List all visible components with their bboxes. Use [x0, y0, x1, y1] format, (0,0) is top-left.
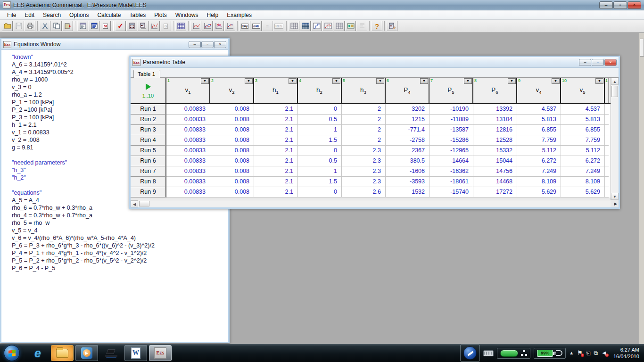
- table-cell[interactable]: 17272: [473, 187, 517, 197]
- goal-seek-icon[interactable]: G: [160, 21, 171, 31]
- table-cell[interactable]: 0.008: [210, 115, 254, 125]
- scrollbar-thumb[interactable]: [640, 39, 644, 57]
- table-cell[interactable]: 2.1: [254, 166, 298, 177]
- parametric-close-button[interactable]: ×: [604, 59, 617, 66]
- table-cell[interactable]: -1606: [386, 166, 429, 177]
- parametric-titlebar[interactable]: EES Parametric Table ‒ ▫ ×: [131, 57, 619, 68]
- table-cell[interactable]: 5.629: [517, 187, 561, 197]
- table-cell[interactable]: 0.008: [210, 104, 254, 115]
- windows-explorer-button[interactable]: [51, 345, 74, 361]
- format-window-icon[interactable]: [77, 21, 88, 31]
- equations-titlebar[interactable]: EES Equations Window ‒ ▫ ×: [1, 39, 228, 50]
- table-cell[interactable]: 5.813: [517, 115, 561, 125]
- table-cell[interactable]: 15044: [473, 156, 517, 166]
- mdi-vertical-scrollbar[interactable]: [639, 33, 644, 344]
- table-cell[interactable]: 2: [342, 115, 386, 125]
- parametric-maximize-button[interactable]: ▫: [592, 59, 604, 66]
- safely-remove-hardware-icon[interactable]: ⎗: [586, 350, 591, 356]
- column-dropdown-button[interactable]: ▼: [420, 78, 428, 84]
- calculator-icon[interactable]: [126, 21, 137, 31]
- table-cell[interactable]: 0.00833: [166, 146, 210, 156]
- table-cell[interactable]: 0.008: [210, 177, 254, 187]
- table-cell[interactable]: -13587: [429, 125, 473, 135]
- menu-tables[interactable]: Tables: [125, 11, 150, 19]
- report-window-icon[interactable]: [356, 21, 367, 31]
- table-cell[interactable]: 5.813: [561, 115, 605, 125]
- start-button[interactable]: [4, 345, 20, 361]
- media-player-button[interactable]: ▶: [75, 345, 98, 361]
- table-cell[interactable]: 0.5: [298, 156, 342, 166]
- table-vertical-scrollbar[interactable]: ▲ ▼: [611, 78, 619, 200]
- table-cell[interactable]: -11889: [429, 115, 473, 125]
- table-cell[interactable]: 2.1: [254, 104, 298, 115]
- power-plug-icon[interactable]: [556, 350, 562, 356]
- calculate-icon[interactable]: [387, 21, 397, 31]
- table-cell[interactable]: 0.00833: [166, 156, 210, 166]
- table-cell[interactable]: 6.272: [517, 156, 561, 166]
- internet-explorer-button[interactable]: e: [26, 345, 49, 361]
- parametric-table-icon[interactable]: [175, 21, 186, 31]
- table-cell[interactable]: 13104: [473, 115, 517, 125]
- solve-table-icon[interactable]: [138, 21, 149, 31]
- table-cell[interactable]: 1215: [386, 115, 429, 125]
- taskbar-clock[interactable]: 6:27 AM 16/04/2010: [611, 346, 639, 360]
- restore-button[interactable]: ▫: [613, 1, 627, 9]
- table-cell[interactable]: -15740: [429, 187, 473, 197]
- lookup-table-icon[interactable]: [300, 21, 311, 31]
- column-dropdown-button[interactable]: ▼: [245, 78, 253, 84]
- table-cell[interactable]: -771.4: [386, 125, 429, 135]
- menu-help[interactable]: Help: [203, 11, 223, 19]
- table-cell[interactable]: 6.272: [561, 156, 605, 166]
- menu-search[interactable]: Search: [39, 11, 65, 19]
- table-cell[interactable]: 2.3: [342, 166, 386, 177]
- overlay-plot-icon[interactable]: [202, 21, 213, 31]
- abs-plot-icon[interactable]: abs: [213, 21, 224, 31]
- column-dropdown-button[interactable]: ▼: [289, 78, 297, 84]
- table-cell[interactable]: 0.00833: [166, 135, 210, 146]
- table-cell[interactable]: 2.6: [342, 187, 386, 197]
- table-cell[interactable]: 0: [298, 187, 342, 197]
- scroll-up-arrow[interactable]: ▲: [611, 78, 619, 85]
- integral-table-icon[interactable]: [311, 21, 322, 31]
- parametric-minimize-button[interactable]: ‒: [579, 59, 591, 66]
- table-cell[interactable]: 2.1: [254, 146, 298, 156]
- volume-muted-icon[interactable]: ◄⃠: [601, 350, 607, 356]
- column-dropdown-button[interactable]: ▼: [464, 78, 472, 84]
- table-cell[interactable]: 8.109: [517, 177, 561, 187]
- table-cell[interactable]: 2.1: [254, 115, 298, 125]
- table-cell[interactable]: -18061: [429, 177, 473, 187]
- table-cell[interactable]: 15332: [473, 146, 517, 156]
- toolbox-icon[interactable]: [463, 346, 477, 360]
- table-cell[interactable]: 13392: [473, 104, 517, 115]
- min-max-icon[interactable]: [149, 21, 160, 31]
- table-cell[interactable]: 14756: [473, 166, 517, 177]
- save-icon[interactable]: [13, 21, 24, 31]
- table-cell[interactable]: 0.00833: [166, 125, 210, 135]
- table-cell[interactable]: 1.5: [298, 135, 342, 146]
- table-cell[interactable]: -10190: [429, 104, 473, 115]
- si-units-icon[interactable]: SI: [100, 21, 111, 31]
- table-cell[interactable]: 2.1: [254, 177, 298, 187]
- table-cell[interactable]: 2.1: [254, 125, 298, 135]
- menu-edit[interactable]: Edit: [20, 11, 39, 19]
- table-cell[interactable]: -15286: [429, 135, 473, 146]
- table-cell[interactable]: 2.3: [342, 156, 386, 166]
- menu-options[interactable]: Options: [65, 11, 93, 19]
- table-cell[interactable]: 0: [298, 104, 342, 115]
- table-cell[interactable]: 3202: [386, 104, 429, 115]
- table-cell[interactable]: 12816: [473, 125, 517, 135]
- parametric-window-icon[interactable]: [289, 21, 299, 31]
- check-format-icon[interactable]: ✓: [115, 21, 126, 31]
- battery-icon[interactable]: 99%: [537, 350, 553, 357]
- menu-plots[interactable]: Plots: [150, 11, 171, 19]
- menu-calculate[interactable]: Calculate: [93, 11, 125, 19]
- table-cell[interactable]: 2.3: [342, 146, 386, 156]
- table-cell[interactable]: 0: [298, 146, 342, 156]
- cut-icon[interactable]: [40, 21, 50, 31]
- table-cell[interactable]: 0.008: [210, 125, 254, 135]
- table-cell[interactable]: 2.1: [254, 156, 298, 166]
- table-cell[interactable]: 0.008: [210, 156, 254, 166]
- scroll-down-arrow[interactable]: ▼: [611, 193, 619, 200]
- curve-fit-icon[interactable]: [224, 21, 235, 31]
- table-cell[interactable]: -14664: [429, 156, 473, 166]
